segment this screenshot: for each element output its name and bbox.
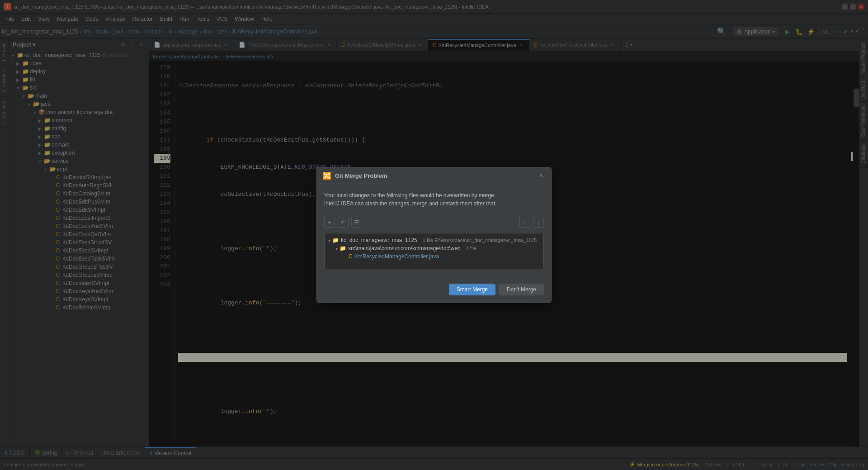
dtree-project-icon: 📁 <box>332 237 339 243</box>
dtree-folder-icon: 📁 <box>340 245 346 252</box>
dialog-msg-line2: IntelliJ IDEA can stash the changes, mer… <box>324 199 544 208</box>
dtree-arrow-root: ▾ <box>328 238 330 243</box>
dont-merge-button[interactable]: Don't Merge <box>499 284 544 295</box>
dtree-file-label[interactable]: KmRecycledManageController.java <box>354 253 439 260</box>
dtree-arrow-child: ▾ <box>335 246 338 251</box>
dtree-file[interactable]: ▾ C KmRecycledManageController.java <box>326 252 542 261</box>
dialog-message: Your local changes to the following file… <box>324 191 544 208</box>
dialog-msg-line1: Your local changes to the following file… <box>324 191 544 199</box>
dialog-close-button[interactable]: × <box>537 171 546 180</box>
dialog-tool-sort-asc[interactable]: ↑ <box>519 217 530 228</box>
git-merge-dialog: 🔀 Git Merge Problem × Your local changes… <box>316 167 552 303</box>
dialog-tree-area: ▾ 📁 kc_doc_managesvc_msa_1125 1 file E:\… <box>324 233 544 269</box>
dialog-tool-collapse[interactable]: ↶ <box>338 217 349 228</box>
dtree-java-icon: C <box>349 253 353 260</box>
dialog-tool-group[interactable]: ☰ <box>351 217 362 228</box>
dialog-body: Your local changes to the following file… <box>317 184 551 280</box>
dtree-child-path[interactable]: ▾ 📁 src\main\java\com\unicom\kc\manage\d… <box>326 244 542 252</box>
dialog-tool-sort-desc[interactable]: ↓ <box>533 217 544 228</box>
dtree-child-meta: 1 file <box>466 246 476 251</box>
dtree-root[interactable]: ▾ 📁 kc_doc_managesvc_msa_1125 1 file E:\… <box>326 236 542 244</box>
dialog-footer: Smart Merge Don't Merge <box>317 280 551 303</box>
dialog-title: Git Merge Problem <box>335 172 537 179</box>
smart-merge-button[interactable]: Smart Merge <box>449 284 495 295</box>
dialog-toolbar: + ↶ ☰ ↑ ↓ <box>324 215 544 229</box>
dtree-root-label: kc_doc_managesvc_msa_1125 <box>341 237 417 243</box>
dtree-child-label: src\main\java\com\unicom\kc\manage\doc\w… <box>348 245 461 252</box>
dialog-titlebar: 🔀 Git Merge Problem × <box>317 167 551 184</box>
dtree-root-meta: 1 file E:\Workspace\kc_doc_managesvc_msa… <box>423 237 537 243</box>
dialog-git-icon: 🔀 <box>322 171 331 180</box>
dialog-tool-expand[interactable]: + <box>324 217 335 228</box>
modal-overlay[interactable]: 🔀 Git Merge Problem × Your local changes… <box>0 0 868 470</box>
